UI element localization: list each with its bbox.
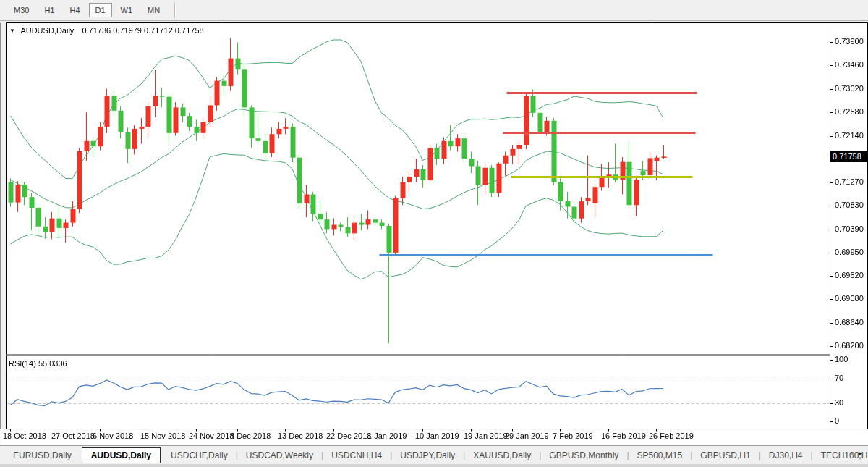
- date-axis-label: 1 Jan 2019: [367, 432, 407, 440]
- chart-tab-audusd-daily[interactable]: AUDUSD,Daily: [82, 447, 161, 463]
- chart-tab-usdjpy-daily[interactable]: USDJPY,Daily: [393, 448, 462, 463]
- toolbar-separator: [174, 2, 176, 18]
- date-axis-label: 6 Nov 2018: [93, 432, 133, 440]
- chart-title: ▼ AUDUSD,Daily 0.71736 0.71979 0.71712 0…: [9, 26, 204, 35]
- price-axis-tick-label: 0.73900: [835, 37, 864, 46]
- rsi-axis-tick-label: 100: [835, 355, 848, 363]
- price-axis-tick-label: 0.72580: [835, 107, 864, 116]
- rsi-axis-tick-label: 30: [835, 398, 843, 407]
- date-axis-label: 24 Nov 2018: [189, 432, 234, 440]
- price-axis-tick-label: 0.73020: [835, 84, 864, 93]
- chart-tab-bar: EURUSD,DailyAUDUSD,DailyUSDCHF,Daily|USD…: [0, 445, 868, 464]
- chart-tab-gbpusd-h1[interactable]: GBPUSD,H1: [693, 448, 757, 463]
- mt4-window: M30H1H4D1W1MN ▼ AUDUSD,Daily 0.71736 0.7…: [0, 0, 868, 467]
- timeframe-button-d1[interactable]: D1: [89, 3, 112, 17]
- chart-tab-sp500-m15[interactable]: SP500,M15: [630, 448, 690, 463]
- chart-ohlc-values: 0.71736 0.71979 0.71712 0.71758: [82, 26, 203, 35]
- timeframe-button-w1[interactable]: W1: [114, 3, 140, 17]
- price-axis-tick-label: 0.69080: [835, 294, 864, 303]
- chart-symbol-label: AUDUSD,Daily: [20, 26, 74, 35]
- date-axis-label: 13 Dec 2018: [278, 432, 323, 440]
- date-axis-label: 15 Nov 2018: [140, 432, 185, 440]
- price-axis-tick-label: 0.71270: [835, 177, 864, 186]
- date-axis-label: 22 Dec 2018: [326, 432, 371, 440]
- chart-dropdown-triangle-icon[interactable]: ▼: [9, 28, 15, 34]
- price-axis-tick-label: 0.68200: [835, 341, 864, 350]
- price-chart-canvas[interactable]: [0, 0, 868, 467]
- current-price-badge: 0.71758: [830, 151, 868, 162]
- date-axis-label: 16 Feb 2019: [601, 432, 646, 440]
- date-axis-label: 7 Feb 2019: [553, 432, 593, 440]
- price-axis-tick-label: 0.72140: [835, 131, 864, 140]
- date-axis-label: 26 Feb 2019: [649, 432, 694, 440]
- chart-tab-usdcad-weekly[interactable]: USDCAD,Weekly: [239, 448, 320, 463]
- timeframe-toolbar: M30H1H4D1W1MN: [0, 0, 868, 21]
- price-axis-tick-label: 0.73460: [835, 60, 864, 69]
- date-axis-label: 19 Jan 2019: [464, 432, 508, 440]
- chart-tab-usdchf-daily[interactable]: USDCHF,Daily: [163, 448, 235, 463]
- timeframe-button-h1[interactable]: H1: [38, 3, 61, 17]
- chart-tab-dj30-h4[interactable]: DJ30,H4: [762, 448, 810, 463]
- timeframe-button-mn[interactable]: MN: [141, 3, 166, 17]
- tabbar-bottom-strip: [0, 464, 868, 467]
- date-axis-label: 29 Jan 2019: [505, 432, 549, 440]
- price-axis-tick-label: 0.69950: [835, 248, 864, 256]
- rsi-indicator-label: RSI(14) 55.0306: [9, 359, 67, 368]
- chart-tab-usdcnh-h4[interactable]: USDCNH,H4: [324, 448, 389, 463]
- rsi-axis-tick-label: 0: [835, 416, 839, 425]
- rsi-axis-tick-label: 70: [835, 374, 843, 382]
- price-axis-tick-label: 0.69520: [835, 271, 864, 279]
- chart-tab-xauusd-daily[interactable]: XAUUSD,Daily: [466, 448, 538, 463]
- tab-scroll-left-icon[interactable]: ◄: [848, 450, 857, 457]
- chart-tab-gbpusd-monthly[interactable]: GBPUSD,Monthly: [542, 448, 626, 463]
- chart-tab-eurusd-daily[interactable]: EURUSD,Daily: [6, 448, 79, 463]
- price-axis-tick-label: 0.70390: [835, 224, 864, 233]
- timeframe-button-m30[interactable]: M30: [7, 3, 35, 17]
- tab-scroll-arrows: ◄►: [848, 450, 866, 457]
- timeframe-button-h4[interactable]: H4: [63, 3, 86, 17]
- date-axis-label: 4 Dec 2018: [230, 432, 271, 440]
- tab-scroll-right-icon[interactable]: ►: [857, 450, 866, 457]
- price-axis-tick-label: 0.68640: [835, 318, 864, 327]
- date-axis-label: 10 Jan 2019: [415, 432, 459, 440]
- date-axis-label: 27 Oct 2018: [51, 432, 95, 440]
- price-axis-tick-label: 0.70830: [835, 201, 864, 209]
- date-axis-label: 18 Oct 2018: [3, 432, 46, 440]
